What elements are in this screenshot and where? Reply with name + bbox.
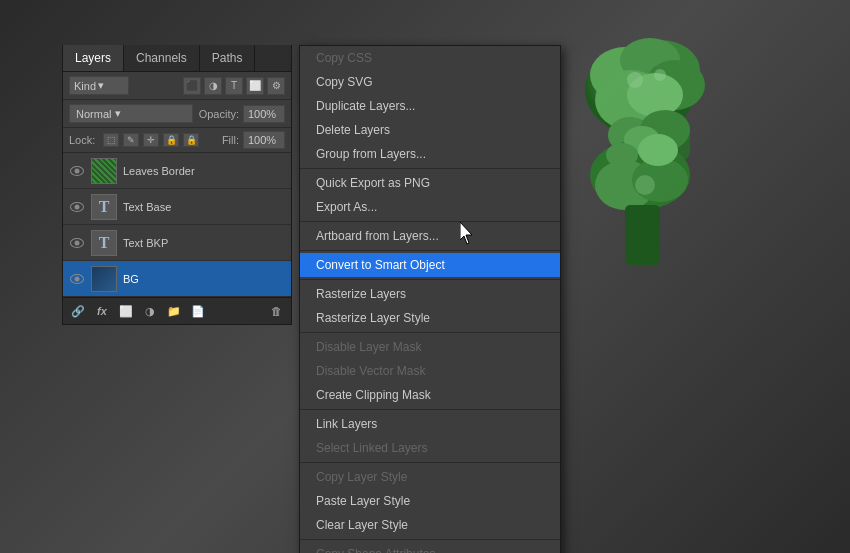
opacity-label: Opacity:	[199, 108, 239, 120]
menu-item-copy-svg[interactable]: Copy SVG	[300, 70, 560, 94]
fill-input[interactable]: 100%	[243, 131, 285, 149]
svg-point-19	[635, 175, 655, 195]
lock-pixels-icon[interactable]: ⬚	[103, 133, 119, 147]
menu-item-paste-layer-style[interactable]: Paste Layer Style	[300, 489, 560, 513]
tab-paths[interactable]: Paths	[200, 45, 256, 71]
eye-icon	[70, 202, 84, 212]
menu-item-disable-layer-mask[interactable]: Disable Layer Mask	[300, 335, 560, 359]
menu-item-group-from-layers[interactable]: Group from Layers...	[300, 142, 560, 166]
panel-search-bar: Kind ▾ ⬛ ◑ T ⬜ ⚙	[63, 72, 291, 100]
menu-separator	[300, 539, 560, 540]
layer-row[interactable]: T Text Base	[63, 189, 291, 225]
layers-panel: Layers Channels Paths Kind ▾ ⬛ ◑ T ⬜ ⚙ N…	[62, 45, 292, 325]
menu-item-create-clipping-mask[interactable]: Create Clipping Mask	[300, 383, 560, 407]
type-icon: T	[99, 234, 110, 252]
menu-item-rasterize-layers[interactable]: Rasterize Layers	[300, 282, 560, 306]
menu-separator	[300, 250, 560, 251]
tab-layers[interactable]: Layers	[63, 45, 124, 71]
filter-adjust-icon[interactable]: ◑	[204, 77, 222, 95]
menu-item-duplicate-layers[interactable]: Duplicate Layers...	[300, 94, 560, 118]
menu-item-export-as[interactable]: Export As...	[300, 195, 560, 219]
blend-opacity-row: Normal ▾ Opacity: 100%	[63, 100, 291, 128]
layer-thumbnail: T	[91, 194, 117, 220]
blend-mode-chevron: ▾	[115, 107, 121, 120]
panel-bottom-bar: 🔗 fx ⬜ ◑ 📁 📄 🗑	[63, 297, 291, 324]
layer-name: Leaves Border	[123, 165, 285, 177]
layer-thumbnail	[91, 158, 117, 184]
filter-shape-icon[interactable]: ⬜	[246, 77, 264, 95]
layer-visibility-toggle[interactable]	[69, 235, 85, 251]
menu-item-copy-css[interactable]: Copy CSS	[300, 46, 560, 70]
menu-separator	[300, 168, 560, 169]
lock-move-icon[interactable]: ✛	[143, 133, 159, 147]
eye-icon	[70, 166, 84, 176]
menu-separator	[300, 462, 560, 463]
context-menu: Copy CSS Copy SVG Duplicate Layers... De…	[299, 45, 561, 553]
lock-label: Lock:	[69, 134, 95, 146]
layer-row[interactable]: T Text BKP	[63, 225, 291, 261]
add-fx-icon[interactable]: fx	[93, 302, 111, 320]
menu-item-artboard-from-layers[interactable]: Artboard from Layers...	[300, 224, 560, 248]
blend-mode-selector[interactable]: Normal ▾	[69, 104, 193, 123]
leaf-art	[570, 30, 790, 510]
layer-row[interactable]: Leaves Border	[63, 153, 291, 189]
layer-visibility-toggle[interactable]	[69, 163, 85, 179]
svg-point-15	[638, 134, 678, 166]
menu-separator	[300, 332, 560, 333]
svg-rect-13	[625, 205, 660, 265]
layers-list: Leaves Border T Text Base T Text BKP	[63, 153, 291, 297]
menu-item-copy-layer-style[interactable]: Copy Layer Style	[300, 465, 560, 489]
opacity-input[interactable]: 100%	[243, 105, 285, 123]
menu-item-delete-layers[interactable]: Delete Layers	[300, 118, 560, 142]
add-mask-icon[interactable]: ⬜	[117, 302, 135, 320]
menu-separator	[300, 409, 560, 410]
menu-separator	[300, 279, 560, 280]
menu-item-link-layers[interactable]: Link Layers	[300, 412, 560, 436]
delete-layer-icon[interactable]: 🗑	[267, 302, 285, 320]
svg-point-17	[627, 72, 643, 88]
menu-item-convert-smart-object[interactable]: Convert to Smart Object	[300, 253, 560, 277]
svg-point-16	[606, 143, 638, 167]
layer-thumbnail	[91, 266, 117, 292]
layer-row[interactable]: BG	[63, 261, 291, 297]
menu-item-disable-vector-mask[interactable]: Disable Vector Mask	[300, 359, 560, 383]
menu-item-clear-layer-style[interactable]: Clear Layer Style	[300, 513, 560, 537]
lock-all-icon[interactable]: 🔒	[183, 133, 199, 147]
new-layer-icon[interactable]: 📄	[189, 302, 207, 320]
filter-pixel-icon[interactable]: ⬛	[183, 77, 201, 95]
menu-item-select-linked-layers[interactable]: Select Linked Layers	[300, 436, 560, 460]
layer-filter-type[interactable]: Kind ▾	[69, 76, 129, 95]
filter-type-chevron: ▾	[98, 79, 104, 92]
type-icon: T	[99, 198, 110, 216]
menu-item-rasterize-layer-style[interactable]: Rasterize Layer Style	[300, 306, 560, 330]
tab-channels[interactable]: Channels	[124, 45, 200, 71]
lock-position-icon[interactable]: ✎	[123, 133, 139, 147]
opacity-control: Opacity: 100%	[199, 105, 285, 123]
svg-point-18	[654, 69, 666, 81]
filter-type-label: Kind	[74, 80, 96, 92]
layer-thumbnail: T	[91, 230, 117, 256]
menu-item-quick-export[interactable]: Quick Export as PNG	[300, 171, 560, 195]
layer-name: Text Base	[123, 201, 285, 213]
layer-visibility-toggle[interactable]	[69, 271, 85, 287]
menu-item-copy-shape-attributes[interactable]: Copy Shape Attributes	[300, 542, 560, 553]
eye-icon	[70, 238, 84, 248]
lock-artboard-icon[interactable]: 🔒	[163, 133, 179, 147]
fill-control: Fill: 100%	[222, 131, 285, 149]
filter-type-icon[interactable]: T	[225, 77, 243, 95]
lock-fill-row: Lock: ⬚ ✎ ✛ 🔒 🔒 Fill: 100%	[63, 128, 291, 153]
layer-name: BG	[123, 273, 285, 285]
link-layers-icon[interactable]: 🔗	[69, 302, 87, 320]
layer-name: Text BKP	[123, 237, 285, 249]
panel-tabs: Layers Channels Paths	[63, 45, 291, 72]
eye-icon	[70, 274, 84, 284]
menu-separator	[300, 221, 560, 222]
layer-visibility-toggle[interactable]	[69, 199, 85, 215]
fill-label: Fill:	[222, 134, 239, 146]
blend-mode-label: Normal	[76, 108, 111, 120]
filter-icons: ⬛ ◑ T ⬜ ⚙	[183, 77, 285, 95]
new-group-icon[interactable]: 📁	[165, 302, 183, 320]
adjustment-icon[interactable]: ◑	[141, 302, 159, 320]
filter-smart-icon[interactable]: ⚙	[267, 77, 285, 95]
